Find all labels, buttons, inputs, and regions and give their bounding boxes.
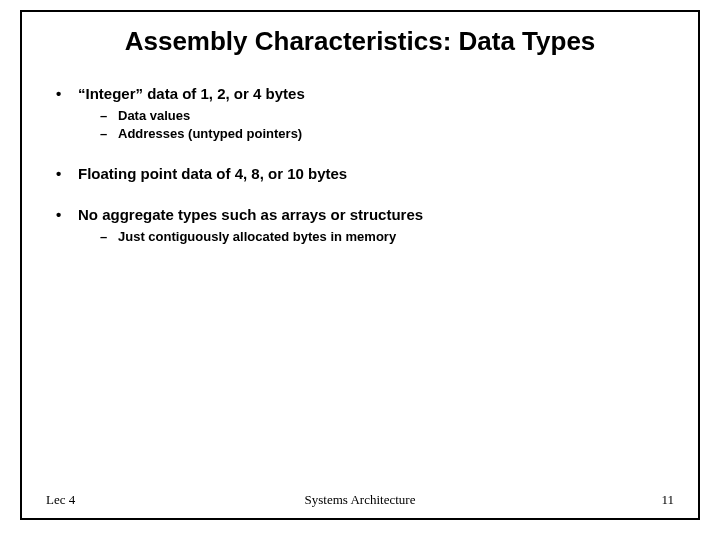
slide-frame: Assembly Characteristics: Data Types “In… <box>20 10 700 520</box>
sub-bullet-list: Just contiguously allocated bytes in mem… <box>78 229 680 244</box>
bullet-text: “Integer” data of 1, 2, or 4 bytes <box>78 85 305 102</box>
sub-bullet-list: Data values Addresses (untyped pointers) <box>78 108 680 141</box>
bullet-list: “Integer” data of 1, 2, or 4 bytes Data … <box>40 85 680 244</box>
bullet-item: “Integer” data of 1, 2, or 4 bytes Data … <box>56 85 680 141</box>
sub-bullet-item: Data values <box>100 108 680 123</box>
bullet-item: Floating point data of 4, 8, or 10 bytes <box>56 165 680 182</box>
slide-title: Assembly Characteristics: Data Types <box>40 26 680 57</box>
bullet-item: No aggregate types such as arrays or str… <box>56 206 680 244</box>
footer-right: 11 <box>465 492 674 508</box>
sub-bullet-item: Just contiguously allocated bytes in mem… <box>100 229 680 244</box>
slide-footer: Lec 4 Systems Architecture 11 <box>40 492 680 510</box>
slide-content: “Integer” data of 1, 2, or 4 bytes Data … <box>40 85 680 492</box>
bullet-text: Floating point data of 4, 8, or 10 bytes <box>78 165 347 182</box>
footer-left: Lec 4 <box>46 492 255 508</box>
footer-center: Systems Architecture <box>255 492 464 508</box>
bullet-text: No aggregate types such as arrays or str… <box>78 206 423 223</box>
sub-bullet-item: Addresses (untyped pointers) <box>100 126 680 141</box>
